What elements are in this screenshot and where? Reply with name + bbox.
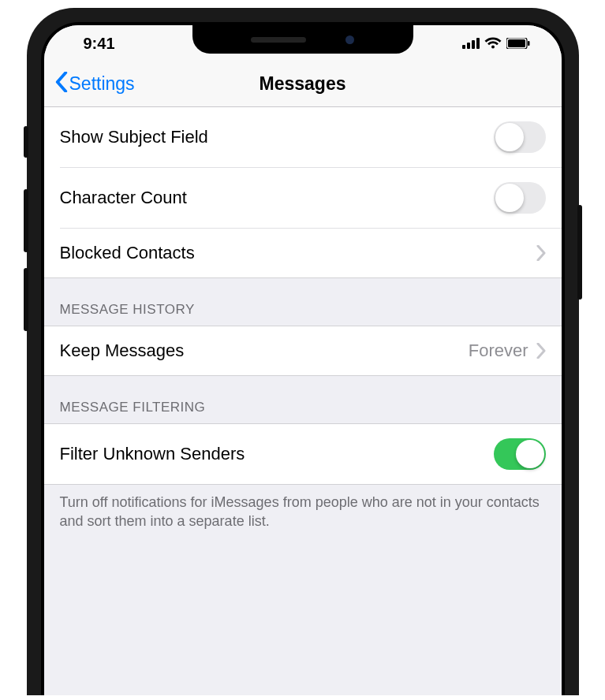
row-blocked-contacts[interactable]: Blocked Contacts [60,228,562,277]
power-button [577,205,582,300]
chevron-right-icon [536,343,546,359]
volume-down [24,268,28,331]
row-show-subject-field[interactable]: Show Subject Field [60,107,562,167]
speaker-grille [251,37,306,43]
chevron-right-icon [536,245,546,261]
settings-group-history: Keep Messages Forever [44,326,562,376]
row-filter-unknown-senders[interactable]: Filter Unknown Senders [60,424,562,484]
settings-group-filtering: Filter Unknown Senders [44,423,562,485]
svg-rect-2 [528,41,530,46]
front-camera [345,35,354,44]
back-button[interactable]: Settings [55,72,135,97]
back-label: Settings [69,73,135,95]
row-label: Keep Messages [60,341,469,361]
chevron-left-icon [55,72,68,97]
battery-icon [506,38,530,49]
volume-up [24,189,28,252]
content: Show Subject Field Character Count Block… [44,107,562,547]
cellular-signal-icon [462,38,480,49]
toggle-character-count[interactable] [494,182,546,214]
notch [192,25,413,54]
section-header-filtering: MESSAGE FILTERING [44,376,562,423]
row-label: Show Subject Field [60,127,494,147]
row-label: Blocked Contacts [60,243,536,263]
phone-frame: 9:41 Set [27,8,579,695]
screen: 9:41 Set [44,25,562,695]
toggle-filter-unknown-senders[interactable] [494,438,546,470]
settings-group-general: Show Subject Field Character Count Block… [44,107,562,278]
row-value: Forever [469,341,528,361]
section-footer-filtering: Turn off notifications for iMessages fro… [44,485,562,547]
nav-bar: Settings Messages [44,61,562,107]
row-label: Filter Unknown Senders [60,444,494,464]
row-label: Character Count [60,188,494,208]
row-character-count[interactable]: Character Count [60,167,562,228]
status-time: 9:41 [68,35,115,53]
toggle-show-subject-field[interactable] [494,121,546,153]
row-keep-messages[interactable]: Keep Messages Forever [60,326,562,375]
silence-switch [24,126,28,158]
section-header-history: MESSAGE HISTORY [44,278,562,326]
svg-rect-1 [508,39,525,47]
wifi-icon [484,37,502,50]
